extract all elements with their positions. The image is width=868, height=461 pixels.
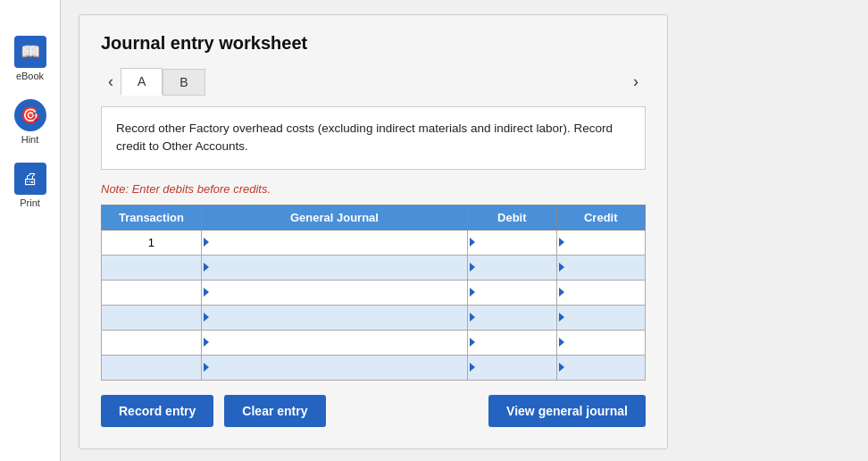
main-content: Journal entry worksheet ‹ A B › Record o… [61, 0, 868, 461]
sidebar-item-ebook[interactable]: 📖 eBook [14, 36, 46, 81]
journal-cell [201, 330, 467, 355]
col-header-general-journal: General Journal [201, 205, 467, 230]
credit-input[interactable] [557, 306, 645, 330]
debit-input[interactable] [468, 331, 555, 355]
journal-input[interactable] [202, 230, 467, 255]
credit-input[interactable] [557, 281, 645, 305]
ebook-label: eBook [16, 71, 44, 81]
credit-cell [556, 330, 645, 355]
credit-cell [556, 355, 645, 380]
debit-cell [468, 280, 556, 305]
debit-input[interactable] [468, 230, 555, 255]
debit-input[interactable] [468, 281, 555, 305]
transaction-cell [102, 330, 202, 355]
debit-cell [468, 330, 556, 355]
note-text: Note: Enter debits before credits. [101, 182, 646, 196]
journal-input[interactable] [202, 331, 467, 355]
col-header-credit: Credit [556, 205, 645, 230]
instruction-box: Record other Factory overhead costs (exc… [101, 106, 646, 170]
credit-cell [556, 230, 645, 255]
journal-cell [201, 355, 467, 380]
table-row [102, 305, 646, 330]
table-row [102, 330, 646, 355]
col-header-transaction: Transaction [102, 205, 202, 230]
credit-cell [556, 305, 645, 330]
debit-cell [468, 355, 556, 380]
transaction-cell: 1 [102, 230, 202, 255]
debit-input[interactable] [468, 356, 555, 380]
tab-a[interactable]: A [121, 68, 163, 96]
credit-input[interactable] [557, 230, 645, 255]
credit-input[interactable] [557, 356, 645, 380]
credit-cell [556, 255, 645, 280]
sidebar-item-hint[interactable]: 🎯 Hint [14, 99, 46, 145]
col-header-debit: Debit [468, 205, 556, 230]
journal-table: Transaction General Journal Debit Credit… [101, 205, 646, 381]
credit-input[interactable] [557, 256, 645, 280]
hint-label: Hint [21, 134, 39, 145]
debit-input[interactable] [468, 306, 555, 330]
instruction-text: Record other Factory overhead costs (exc… [116, 122, 613, 153]
transaction-cell [102, 305, 202, 330]
debit-input[interactable] [468, 256, 555, 280]
debit-cell [468, 305, 556, 330]
journal-cell [201, 230, 467, 255]
journal-input[interactable] [202, 306, 467, 330]
tabs-row: ‹ A B › [101, 68, 646, 96]
credit-input[interactable] [557, 331, 645, 355]
table-row: 1 [102, 230, 646, 255]
debit-cell [468, 230, 556, 255]
transaction-cell [102, 355, 202, 380]
transaction-cell [102, 255, 202, 280]
worksheet-container: Journal entry worksheet ‹ A B › Record o… [79, 14, 668, 449]
buttons-row: Record entry Clear entry View general jo… [101, 395, 646, 427]
hint-icon: 🎯 [14, 99, 46, 131]
table-row [102, 280, 646, 305]
journal-input[interactable] [202, 256, 467, 280]
print-icon: 🖨 [14, 163, 46, 195]
clear-entry-button[interactable]: Clear entry [224, 395, 325, 427]
table-row [102, 255, 646, 280]
journal-cell [201, 280, 467, 305]
tab-b[interactable]: B [163, 69, 204, 96]
record-entry-button[interactable]: Record entry [101, 395, 213, 427]
ebook-icon: 📖 [14, 36, 46, 68]
tab-next-button[interactable]: › [626, 69, 646, 95]
transaction-cell [102, 280, 202, 305]
sidebar-item-print[interactable]: 🖨 Print [14, 163, 46, 208]
view-general-journal-button[interactable]: View general journal [488, 395, 646, 427]
journal-input[interactable] [202, 281, 467, 305]
journal-cell [201, 255, 467, 280]
print-label: Print [20, 197, 40, 208]
table-row [102, 355, 646, 380]
sidebar: 📖 eBook 🎯 Hint 🖨 Print [0, 0, 61, 461]
tab-prev-button[interactable]: ‹ [101, 69, 121, 95]
debit-cell [468, 255, 556, 280]
credit-cell [556, 280, 645, 305]
journal-cell [201, 305, 467, 330]
page-title: Journal entry worksheet [101, 33, 646, 54]
journal-input[interactable] [202, 356, 467, 380]
